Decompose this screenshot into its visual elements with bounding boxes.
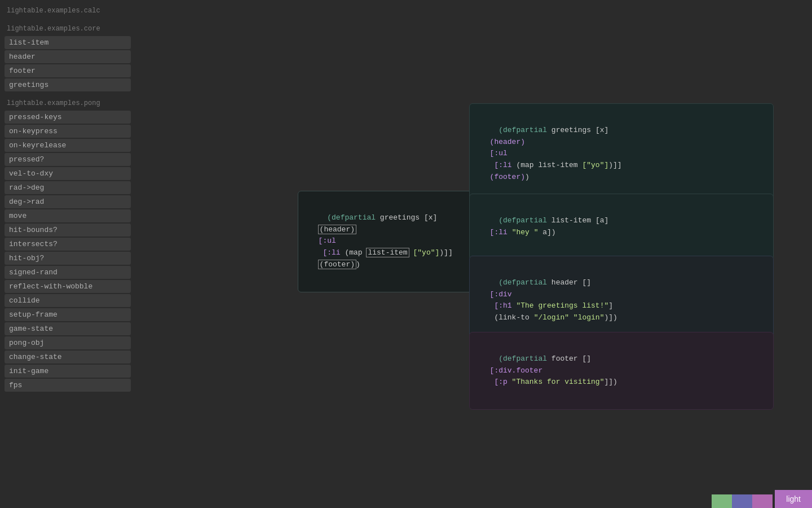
swatch-purple[interactable]	[752, 494, 773, 508]
sidebar-item-intersects[interactable]: intersects?	[5, 238, 131, 251]
sidebar-item-fps[interactable]: fps	[5, 379, 131, 392]
main-content: (defpartial greetings [x] (header) [:ul …	[135, 0, 812, 508]
sidebar-item-game-state[interactable]: game-state	[5, 322, 131, 335]
sidebar-item-hit-bounds[interactable]: hit-bounds?	[5, 224, 131, 237]
sidebar-item-on-keyrelease[interactable]: on-keyrelease	[5, 139, 131, 152]
code-card-right-greetings[interactable]: (defpartial greetings [x] (header) [:ul …	[469, 103, 774, 205]
light-button[interactable]: light	[775, 490, 812, 508]
sidebar-item-pressed[interactable]: pressed?	[5, 153, 131, 166]
sidebar-item-init-game[interactable]: init-game	[5, 365, 131, 378]
sidebar-item-greetings[interactable]: greetings	[5, 78, 131, 91]
sidebar-item-footer[interactable]: footer	[5, 64, 131, 77]
sidebar-item-signed-rand[interactable]: signed-rand	[5, 266, 131, 279]
sidebar-section-calc: lightable.examples.calc	[5, 3, 131, 17]
sidebar-item-header[interactable]: header	[5, 50, 131, 63]
sidebar-item-move[interactable]: move	[5, 209, 131, 222]
ns-label-core: lightable.examples.core	[5, 21, 131, 35]
sidebar-item-rad-deg[interactable]: rad->deg	[5, 181, 131, 194]
code-card-right-list-item[interactable]: (defpartial list-item [a] [:li "hey " a]…	[469, 194, 774, 260]
sidebar-item-list-item[interactable]: list-item	[5, 36, 131, 49]
ns-label-pong: lightable.examples.pong	[5, 96, 131, 110]
sidebar-item-deg-rad[interactable]: deg->rad	[5, 195, 131, 208]
sidebar-section-core: lightable.examples.core list-item header…	[5, 21, 131, 91]
ns-label-calc: lightable.examples.calc	[5, 3, 131, 17]
swatch-blue[interactable]	[732, 494, 752, 508]
sidebar-item-hit-obj[interactable]: hit-obj?	[5, 252, 131, 265]
sidebar-item-pressed-keys[interactable]: pressed-keys	[5, 111, 131, 124]
sidebar: lightable.examples.calc lightable.exampl…	[0, 0, 135, 508]
sidebar-item-vel-to-dxy[interactable]: vel-to-dxy	[5, 167, 131, 180]
sidebar-item-collide[interactable]: collide	[5, 294, 131, 307]
code-card-right-footer[interactable]: (defpartial footer [] [:div.footer [:p "…	[469, 332, 774, 410]
sidebar-item-on-keypress[interactable]: on-keypress	[5, 125, 131, 138]
sidebar-item-setup-frame[interactable]: setup-frame	[5, 308, 131, 321]
sidebar-section-pong: lightable.examples.pong pressed-keys on-…	[5, 96, 131, 392]
sidebar-item-pong-obj[interactable]: pong-obj	[5, 336, 131, 349]
color-swatches	[712, 494, 773, 508]
sidebar-item-change-state[interactable]: change-state	[5, 351, 131, 364]
sidebar-item-reflect-with-wobble[interactable]: reflect-with-wobble	[5, 280, 131, 293]
swatch-green[interactable]	[712, 494, 732, 508]
